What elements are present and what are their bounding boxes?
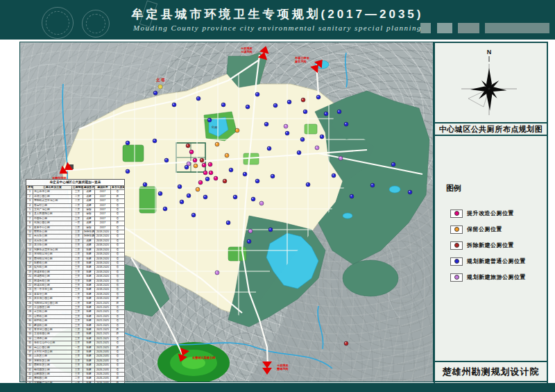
toilet-marker-purple[interactable] [315, 146, 319, 150]
toilet-marker-blue[interactable] [306, 182, 310, 187]
table-cell: 2021-2025 [95, 310, 111, 314]
table-cell: 2026-2035 [95, 377, 111, 381]
toilet-marker-blue[interactable] [221, 103, 225, 107]
toilet-marker-blue[interactable] [297, 151, 301, 155]
header-bar [437, 23, 452, 33]
toilet-marker-red[interactable] [344, 341, 348, 346]
legend-item-label: 保留公厕位置 [467, 225, 502, 233]
toilet-marker-blue[interactable] [320, 135, 324, 139]
toilet-marker-blue[interactable] [247, 239, 251, 244]
table-cell: 2026-2035 [95, 368, 111, 372]
toilet-marker-blue[interactable] [273, 103, 278, 108]
toilet-marker-blue[interactable] [207, 118, 212, 122]
toilet-marker-blue[interactable] [350, 194, 354, 198]
toilet-marker-blue[interactable] [408, 190, 412, 194]
toilet-marker-orange[interactable] [235, 128, 239, 133]
toilet-marker-blue[interactable] [271, 174, 275, 178]
planning-sheet: 牟定县城市环境卫生专项规划(2017—2035) Mouding County … [0, 0, 555, 392]
toilet-marker-blue[interactable] [163, 207, 167, 211]
toilet-marker-blue[interactable] [251, 197, 255, 201]
toilet-marker-red[interactable] [301, 98, 305, 102]
toilet-marker-blue[interactable] [303, 110, 307, 114]
toilet-marker-blue[interactable] [233, 195, 237, 199]
toilet-marker-pink[interactable] [203, 171, 207, 175]
institute-box: 楚雄州勘测规划设计院 [434, 361, 548, 382]
toilet-marker-blue[interactable] [246, 105, 250, 109]
toilet-marker-orange[interactable] [194, 164, 198, 168]
table-cell: 拆除新建 [83, 230, 95, 235]
table-cell: 2021-2025 [95, 323, 111, 327]
toilet-marker-blue[interactable] [196, 96, 200, 101]
toilet-marker-blue[interactable] [158, 191, 162, 196]
legend-box: 图例 提升改造公厕位置保留公厕位置拆除新建公厕位置规划新建普通公厕位置规划新建旅… [434, 135, 548, 392]
toilet-marker-blue[interactable] [391, 162, 395, 167]
toilet-marker-blue[interactable] [187, 194, 191, 198]
toilet-marker-blue[interactable] [324, 112, 328, 116]
toilet-marker-purple[interactable] [259, 201, 264, 205]
toilet-marker-blue[interactable] [143, 182, 147, 187]
legend-item-label: 拆除新建公厕位置 [467, 241, 514, 249]
toilet-marker-blue[interactable] [243, 172, 247, 176]
toilet-marker-pink[interactable] [193, 158, 197, 162]
toilet-marker-pink[interactable] [209, 171, 213, 175]
table-cell: 2018-2020 [95, 270, 111, 274]
toilet-marker-blue[interactable] [226, 221, 230, 225]
table-cell: 2026-2035 [95, 350, 111, 355]
toilet-marker-blue[interactable] [285, 131, 289, 135]
table-cell: 2021-2025 [95, 336, 111, 341]
toilet-marker-pink[interactable] [214, 176, 218, 180]
toilet-marker-blue[interactable] [126, 141, 130, 145]
toilet-marker-pink[interactable] [189, 150, 194, 154]
toilet-marker-blue[interactable] [180, 200, 184, 204]
toilet-marker-orange[interactable] [215, 142, 219, 146]
toilet-marker-purple[interactable] [339, 156, 343, 160]
toilet-marker-blue[interactable] [205, 177, 210, 181]
toilet-marker-blue[interactable] [126, 169, 130, 173]
toilet-marker-purple[interactable] [215, 271, 219, 275]
toilet-marker-red[interactable] [223, 179, 227, 183]
table-cell: 2021-2025 [95, 341, 111, 346]
toilet-marker-pink[interactable] [208, 162, 212, 167]
toilet-marker-blue[interactable] [370, 183, 375, 187]
toilet-marker-blue[interactable] [153, 139, 157, 143]
direction-arrow: 牟禄公路至禄丰方向 [294, 56, 326, 73]
toilet-marker-blue[interactable] [268, 228, 273, 232]
toilet-marker-pink[interactable] [198, 180, 203, 185]
toilet-marker-blue[interactable] [255, 179, 259, 183]
page-subtitle: Mouding County province city environment… [125, 24, 430, 32]
table-cell: 2018-2020 [95, 257, 111, 261]
toilet-marker-blue[interactable] [153, 91, 157, 95]
toilet-marker-red[interactable] [200, 158, 204, 162]
table-cell: 2026-2035 [95, 364, 111, 368]
toilet-marker-blue[interactable] [264, 122, 268, 126]
toilet-marker-blue[interactable] [300, 137, 305, 142]
table-cell: 2021-2025 [95, 305, 111, 309]
toilet-marker-blue[interactable] [191, 213, 196, 217]
toilet-marker-blue[interactable] [172, 103, 176, 107]
toilet-marker-blue[interactable] [203, 195, 207, 199]
legend-item-label: 规划新建旅游公厕位置 [467, 273, 526, 281]
toilet-marker-purple[interactable] [248, 229, 253, 233]
table-cell: 2018-2020 [95, 244, 111, 248]
toilet-marker-blue[interactable] [344, 122, 348, 126]
toilet-marker-blue[interactable] [255, 92, 259, 96]
toilet-marker-purple[interactable] [284, 124, 288, 128]
table-header-cell: 是否为旅游公厕 [111, 186, 125, 190]
table-cell: 2021-2025 [95, 319, 111, 323]
toilet-marker-purple[interactable] [187, 162, 191, 166]
toilet-marker-blue[interactable] [164, 158, 169, 162]
toilet-marker-pink[interactable] [202, 163, 206, 167]
toilet-marker-blue[interactable] [287, 100, 291, 104]
toilet-marker-blue[interactable] [229, 168, 233, 172]
toilet-marker-orange[interactable] [225, 153, 229, 157]
north-tower-poi-icon[interactable] [158, 85, 162, 89]
toilet-marker-orange[interactable] [196, 187, 200, 191]
toilet-marker-blue[interactable] [267, 146, 271, 151]
toilet-marker-blue[interactable] [178, 185, 182, 189]
toilet-marker-blue[interactable] [316, 95, 321, 99]
table-cell: 2018-2020 [95, 230, 111, 235]
legend-marker-box [450, 210, 463, 218]
toilet-marker-red[interactable] [186, 144, 190, 148]
toilet-marker-blue[interactable] [337, 110, 341, 114]
toilet-marker-blue[interactable] [332, 173, 336, 178]
